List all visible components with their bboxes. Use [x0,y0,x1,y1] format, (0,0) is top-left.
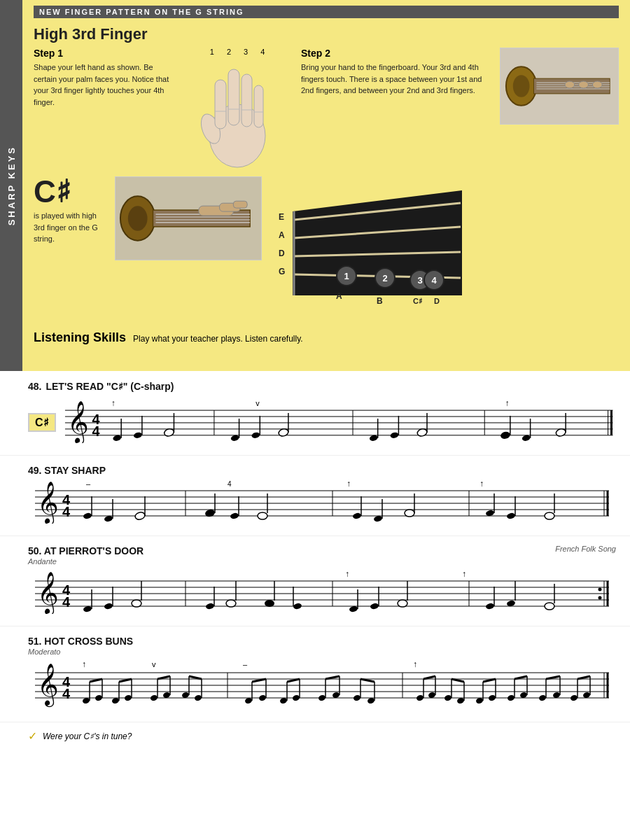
svg-text:𝄞: 𝄞 [37,482,59,524]
svg-point-117 [258,512,267,519]
svg-point-19 [579,81,589,88]
svg-text:C♯: C♯ [413,297,422,305]
svg-text:↑: ↑ [346,479,351,489]
svg-point-146 [598,596,602,600]
staff-51-svg: 𝄞 4 4 [28,657,616,713]
svg-point-152 [104,603,113,610]
svg-point-207 [194,694,202,701]
svg-text:↑: ↑ [462,569,466,579]
svg-point-217 [292,694,300,701]
svg-rect-2 [215,80,226,129]
svg-text:E: E [279,212,284,222]
step1-area: Step 1 Shape your left hand as shown. Be… [34,48,174,171]
svg-point-156 [205,603,215,610]
svg-text:4: 4 [431,275,437,286]
exercise-50-staff: 𝄞 4 4 [28,568,616,617]
violin-photo-svg [115,176,261,260]
top-content-row: Step 1 Shape your left hand as shown. Be… [34,48,619,171]
svg-point-145 [598,588,602,592]
step1-text: Shape your left hand as shown. Be certai… [34,62,174,108]
finger-numbers: 1 2 3 4 [210,48,265,56]
section-title-bar: NEW FINGER PATTERN ON THE G STRING [34,6,619,18]
folk-song-credit: French Folk Song [555,545,616,553]
svg-point-129 [545,512,554,519]
svg-text:B: B [377,296,383,306]
fingerboard-svg: E A D G 1 A 2 [273,176,469,316]
finger-1: 1 [210,48,214,56]
svg-line-239 [451,679,464,682]
svg-line-224 [326,676,340,679]
svg-line-204 [158,676,170,679]
check-icon: ✓ [28,729,37,743]
svg-text:𝄞: 𝄞 [37,572,59,614]
check-text: Were your C♯'s in tune? [43,732,132,741]
exercise-49-staff: 𝄞 4 4 [28,478,616,527]
svg-text:1: 1 [344,271,349,281]
c-sharp-symbol: C♯ [34,176,104,207]
exercise-48-staff: 𝄞 4 4 [62,398,616,447]
step2-label: Step 2 [301,48,489,59]
svg-text:4: 4 [62,504,71,519]
svg-text:4: 4 [92,424,99,439]
svg-point-245 [507,694,515,701]
fingerboard-diagram: E A D G 1 A 2 [273,176,619,319]
finger-3: 3 [244,48,248,56]
svg-text:2: 2 [382,273,387,284]
svg-point-81 [389,431,399,439]
step2-area: Step 2 Bring your hand to the fingerboar… [301,48,489,171]
bottom-row: C♯ is played with high 3rd finger on the… [34,176,619,319]
staff-49-svg: 𝄞 4 4 [28,478,616,524]
exercise-51-title: HOT CROSS BUNS [44,636,133,647]
svg-point-250 [538,694,547,701]
svg-point-168 [398,600,407,607]
listening-skills-text: Play what your teacher plays. Listen car… [133,334,303,344]
exercise-50: 50. AT PIERROT'S DOOR Andante French Fol… [0,536,630,626]
svg-text:G: G [279,267,285,276]
exercise-48-title: LET'S READ "C♯" (C-sharp) [46,381,174,392]
staff-48-svg: 𝄞 4 4 [62,398,616,443]
svg-point-127 [506,512,516,520]
svg-point-230 [416,694,424,701]
svg-text:4: 4 [62,686,71,701]
staff-50-svg: 𝄞 4 4 [28,568,616,614]
finger-2: 2 [227,48,231,56]
exercise-50-title: AT PIERROT'S DOOR [44,545,144,556]
listening-skills-label: Listening Skills [34,330,126,345]
svg-line-254 [546,676,560,679]
exercise-51-subtitle: Moderato [28,648,616,656]
exercise-49-title: STAY SHARP [44,465,106,476]
svg-line-229 [360,679,374,682]
svg-point-192 [94,694,103,701]
hand-svg [195,59,279,171]
svg-rect-4 [241,74,252,127]
exercise-49: 49. STAY SHARP 𝄞 4 4 [0,456,630,536]
svg-text:↑: ↑ [82,659,86,669]
svg-text:A: A [336,291,342,301]
step2-text: Bring your hand to the fingerboard. Your… [301,62,489,97]
svg-point-23 [128,206,148,231]
svg-text:↑: ↑ [505,398,510,408]
svg-text:v: v [152,660,156,668]
svg-text:𝄞: 𝄞 [37,664,59,708]
exercise-50-subtitle: Andante [28,557,144,566]
svg-point-20 [592,81,602,88]
svg-text:↑: ↑ [345,569,349,579]
exercise-51-number: 51. [28,636,44,647]
c-sharp-description: is played with high 3rd finger on the G … [34,210,104,245]
svg-point-166 [370,603,379,610]
svg-point-107 [83,512,92,520]
c-sharp-info: C♯ is played with high 3rd finger on the… [34,176,104,245]
svg-point-75 [251,431,260,439]
svg-line-249 [514,676,527,679]
exercise-51: 51. HOT CROSS BUNS Moderato 𝄞 4 4 [0,626,630,722]
hand-illustration: 1 2 3 4 [185,48,290,171]
svg-text:–: – [243,660,248,668]
listening-skills: Listening Skills Play what your teacher … [34,330,619,345]
violin-neck-svg [500,48,618,125]
svg-text:↑: ↑ [413,659,417,669]
svg-point-162 [293,603,302,610]
svg-point-170 [485,603,495,610]
svg-point-220 [318,694,326,701]
svg-rect-3 [228,69,239,125]
svg-point-197 [124,694,132,701]
